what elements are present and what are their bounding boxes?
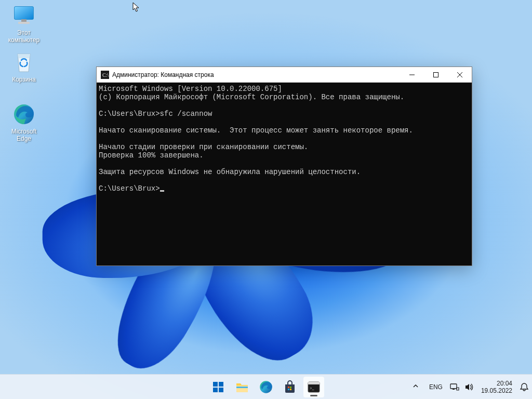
svg-rect-1 [15,7,33,19]
svg-rect-25 [453,389,455,390]
notification-icon [520,382,529,392]
monitor-icon [12,4,35,27]
close-button[interactable] [448,67,472,83]
maximize-button[interactable] [424,67,448,83]
windows-logo-icon [212,381,224,393]
system-tray: ENG 20:04 19.05.2022 [409,375,529,399]
svg-rect-19 [288,389,289,390]
taskbar-center: >_ [208,375,324,399]
start-button[interactable] [208,377,229,397]
edge-icon [259,380,273,394]
svg-rect-20 [290,389,291,390]
tray-overflow-button[interactable] [409,380,422,394]
desktop-icon-edge[interactable]: MicrosoftEdge [4,103,44,142]
window-title: Администратор: Командная строка [112,71,214,78]
taskbar-clock[interactable]: 20:04 19.05.2022 [479,378,514,396]
language-indicator[interactable]: ENG [427,381,445,393]
taskbar-file-explorer[interactable] [232,377,252,397]
desktop-icon-label: Корзина [4,76,44,83]
clock-time: 20:04 [481,380,512,387]
taskbar-edge[interactable] [256,377,276,397]
edge-icon [12,103,35,126]
desktop-icon-label: Этоткомпьютер [4,29,44,44]
desktop-icon-this-pc[interactable]: Этоткомпьютер [4,4,44,44]
titlebar[interactable]: C:\ Администратор: Командная строка [97,67,472,83]
desktop-icon-recycle-bin[interactable]: Корзина [4,51,44,83]
svg-rect-3 [18,22,30,24]
volume-icon[interactable] [464,383,474,391]
terminal-output[interactable]: Microsoft Windows [Version 10.0.22000.67… [97,83,472,265]
svg-rect-17 [288,387,289,388]
store-icon [283,380,297,394]
svg-rect-11 [213,382,218,387]
clock-date: 19.05.2022 [481,387,512,394]
taskbar-microsoft-store[interactable] [280,377,300,397]
svg-rect-22 [308,382,320,384]
chevron-up-icon [413,383,419,389]
svg-rect-8 [434,72,438,77]
svg-rect-14 [219,388,223,392]
taskbar: >_ ENG 20:04 19.05.2022 [0,374,532,399]
svg-rect-18 [290,387,291,388]
mouse-cursor [132,2,140,12]
recycle-bin-icon [12,51,35,74]
svg-rect-15 [236,387,248,388]
network-icon[interactable] [450,383,459,391]
taskbar-command-prompt[interactable]: >_ [303,377,324,397]
svg-rect-2 [21,19,26,22]
file-explorer-icon [235,381,249,393]
svg-rect-24 [450,384,457,389]
desktop-icon-label: MicrosoftEdge [4,128,44,142]
svg-rect-12 [219,382,223,387]
command-prompt-window[interactable]: C:\ Администратор: Командная строка Micr… [96,66,472,266]
command-prompt-icon: C:\ [101,71,109,79]
minimize-button[interactable] [400,67,424,83]
svg-text:C:\: C:\ [102,72,109,78]
notifications-button[interactable] [520,382,529,392]
command-prompt-icon: >_ [308,381,320,393]
svg-text:>_: >_ [310,386,315,391]
svg-rect-13 [213,388,218,392]
